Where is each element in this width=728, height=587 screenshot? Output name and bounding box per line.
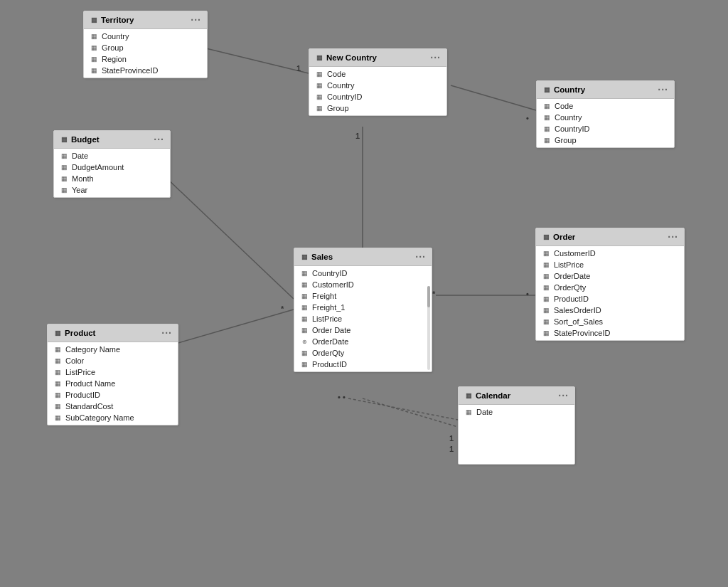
table-budget-title: Budget bbox=[71, 135, 100, 144]
table-order-menu[interactable]: ··· bbox=[668, 231, 678, 243]
table-country: ▦ Country ··· ▦ Code ▦ Country ▦ Country… bbox=[536, 80, 675, 148]
table-icon: ▦ bbox=[315, 53, 323, 62]
table-new-country-menu[interactable]: ··· bbox=[430, 52, 441, 63]
table-product: ▦ Product ··· ▦ Category Name ▦ Color ▦ … bbox=[47, 324, 178, 425]
table-order: ▦ Order ··· ▦ CustomerID ▦ ListPrice ▦ O… bbox=[535, 228, 685, 341]
svg-line-6 bbox=[348, 398, 458, 420]
field-sales-orderdate-label: ▦ Order Date bbox=[294, 324, 432, 336]
table-order-title: Order bbox=[553, 233, 575, 241]
table-calendar-title: Calendar bbox=[476, 391, 510, 400]
field-budget-dudgetamount: ▦ DudgetAmount bbox=[54, 162, 170, 173]
field-sales-productid: ▦ ProductID bbox=[294, 359, 432, 370]
table-territory: ▦ Territory ··· ▦ Country ▦ Group ▦ Regi… bbox=[83, 11, 208, 78]
table-product-title: Product bbox=[65, 329, 95, 337]
table-budget-body: ▦ Date ▦ DudgetAmount ▦ Month ▦ Year bbox=[54, 149, 170, 197]
field-new-country-group: ▦ Group bbox=[309, 102, 446, 114]
field-product-productid: ▦ ProductID bbox=[48, 389, 178, 401]
field-sales-freight: ▦ Freight bbox=[294, 290, 432, 302]
table-calendar-menu[interactable]: ··· bbox=[558, 390, 569, 401]
label-new-country-sales-1: 1 bbox=[355, 132, 360, 140]
field-sales-freight1: ▦ Freight_1 bbox=[294, 302, 432, 313]
field-territory-country: ▦ Country bbox=[84, 31, 207, 42]
diagram-canvas: * 1 1 • 1 1 1 * * • 1 1 • • ▦ Territory … bbox=[0, 0, 728, 587]
table-order-header: ▦ Order ··· bbox=[536, 228, 684, 246]
table-icon: ▦ bbox=[300, 253, 309, 261]
table-icon: ▦ bbox=[542, 85, 551, 94]
field-product-subcategoryname: ▦ SubCategory Name bbox=[48, 412, 178, 423]
svg-line-1 bbox=[451, 85, 536, 110]
field-order-productid: ▦ ProductID bbox=[536, 293, 684, 305]
field-country-code: ▦ Code bbox=[537, 100, 674, 112]
table-budget: ▦ Budget ··· ▦ Date ▦ DudgetAmount ▦ Mon… bbox=[53, 130, 171, 198]
table-territory-menu[interactable]: ··· bbox=[191, 14, 201, 26]
field-order-listprice: ▦ ListPrice bbox=[536, 259, 684, 270]
table-new-country-header: ▦ New Country ··· bbox=[309, 49, 446, 67]
label-sales-order-star: * bbox=[432, 290, 435, 298]
field-new-country-country: ▦ Country bbox=[309, 80, 446, 91]
label-cal-1b: 1 bbox=[449, 445, 454, 453]
field-order-orderdate: ▦ OrderDate bbox=[536, 270, 684, 282]
field-territory-stateprovinceid: ▦ StateProvinceID bbox=[84, 65, 207, 76]
table-country-header: ▦ Country ··· bbox=[537, 81, 674, 99]
table-sales: ▦ Sales ··· ▦ CountryID ▦ CustomerID ▦ F… bbox=[294, 248, 432, 372]
table-product-body: ▦ Category Name ▦ Color ▦ ListPrice ▦ Pr… bbox=[48, 342, 178, 425]
field-sales-countryid: ▦ CountryID bbox=[294, 268, 432, 279]
table-territory-header: ▦ Territory ··· bbox=[84, 11, 207, 29]
label-product-sales-star: * bbox=[281, 305, 284, 313]
table-sales-menu[interactable]: ··· bbox=[415, 251, 426, 263]
table-calendar-header: ▦ Calendar ··· bbox=[459, 387, 574, 405]
field-country-countryid: ▦ CountryID bbox=[537, 123, 674, 134]
svg-line-3 bbox=[153, 165, 294, 299]
field-budget-date: ▦ Date bbox=[54, 150, 170, 162]
label-sales-cal-dots: • • bbox=[338, 393, 346, 401]
field-product-listprice: ▦ ListPrice bbox=[48, 366, 178, 378]
table-icon: ▦ bbox=[464, 391, 473, 400]
field-order-sort-of-sales: ▦ Sort_of_Sales bbox=[536, 316, 684, 327]
label-sales-order-dot: • bbox=[526, 290, 529, 298]
table-new-country-title: New Country bbox=[326, 53, 377, 62]
table-budget-menu[interactable]: ··· bbox=[154, 134, 164, 145]
field-budget-year: ▦ Year bbox=[54, 184, 170, 196]
field-new-country-countryid: ▦ CountryID bbox=[309, 91, 446, 102]
svg-line-7 bbox=[363, 398, 458, 427]
table-sales-header: ▦ Sales ··· bbox=[294, 248, 432, 266]
table-country-title: Country bbox=[554, 85, 585, 94]
field-product-standardcost: ▦ StandardCost bbox=[48, 401, 178, 412]
field-territory-region: ▦ Region bbox=[84, 53, 207, 65]
field-order-orderqty: ▦ OrderQty bbox=[536, 282, 684, 293]
label-territory-new-country-1: 1 bbox=[296, 64, 301, 73]
field-order-customerid: ▦ CustomerID bbox=[536, 248, 684, 259]
field-sales-listprice: ▦ ListPrice bbox=[294, 313, 432, 324]
table-country-body: ▦ Code ▦ Country ▦ CountryID ▦ Group bbox=[537, 99, 674, 147]
table-territory-title: Territory bbox=[101, 16, 134, 24]
field-new-country-code: ▦ Code bbox=[309, 68, 446, 80]
label-cal-1a: 1 bbox=[449, 434, 454, 443]
field-product-categoryname: ▦ Category Name bbox=[48, 344, 178, 355]
table-calendar-body: ▦ Date bbox=[459, 405, 574, 419]
field-product-color: ▦ Color bbox=[48, 355, 178, 366]
table-new-country: ▦ New Country ··· ▦ Code ▦ Country ▦ Cou… bbox=[309, 48, 447, 116]
field-territory-group: ▦ Group bbox=[84, 42, 207, 53]
table-sales-body: ▦ CountryID ▦ CustomerID ▦ Freight ▦ Fre… bbox=[294, 266, 432, 371]
table-product-header: ▦ Product ··· bbox=[48, 324, 178, 342]
field-country-country: ▦ Country bbox=[537, 112, 674, 123]
table-new-country-body: ▦ Code ▦ Country ▦ CountryID ▦ Group bbox=[309, 67, 446, 115]
table-sales-title: Sales bbox=[311, 253, 333, 261]
field-budget-month: ▦ Month bbox=[54, 173, 170, 184]
table-product-menu[interactable]: ··· bbox=[161, 327, 172, 339]
table-order-body: ▦ CustomerID ▦ ListPrice ▦ OrderDate ▦ O… bbox=[536, 246, 684, 340]
table-icon: ▦ bbox=[90, 16, 98, 24]
table-country-menu[interactable]: ··· bbox=[658, 84, 668, 95]
table-icon: ▦ bbox=[542, 233, 550, 241]
field-order-salesorderid: ▦ SalesOrderID bbox=[536, 305, 684, 316]
table-territory-body: ▦ Country ▦ Group ▦ Region ▦ StateProvin… bbox=[84, 29, 207, 78]
field-calendar-date: ▦ Date bbox=[459, 406, 574, 418]
table-icon: ▦ bbox=[60, 135, 68, 144]
field-product-productname: ▦ Product Name bbox=[48, 378, 178, 389]
table-sales-scrollbar[interactable] bbox=[427, 286, 430, 370]
field-country-group: ▦ Group bbox=[537, 134, 674, 146]
table-calendar: ▦ Calendar ··· ▦ Date bbox=[458, 386, 575, 465]
field-sales-customerid: ▦ CustomerID bbox=[294, 279, 432, 290]
field-order-stateprovinceid: ▦ StateProvinceID bbox=[536, 327, 684, 339]
label-new-country-country-dot: • bbox=[526, 114, 529, 122]
